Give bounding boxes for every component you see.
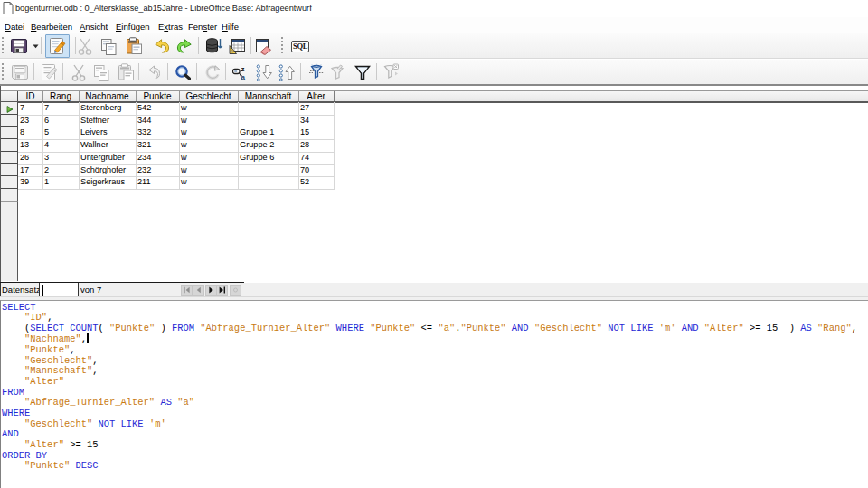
svg-text:a: a [241, 73, 246, 80]
svg-text:z: z [241, 65, 245, 73]
